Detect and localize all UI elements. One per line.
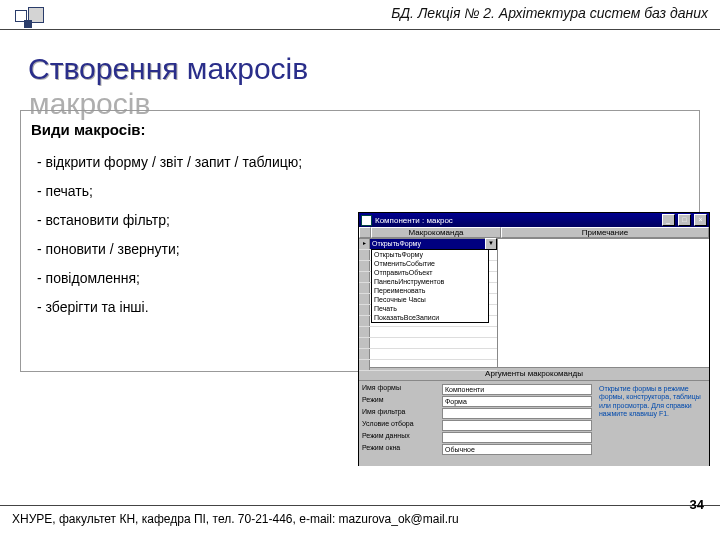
header-rule: [0, 29, 720, 30]
arg-value[interactable]: Компоненти: [442, 384, 592, 395]
arg-value[interactable]: [442, 408, 592, 419]
arg-row: Имя формы Компоненти: [362, 384, 592, 395]
list-item: - відкрити форму / звіт / запит / таблиц…: [31, 154, 689, 170]
column-macrocommand[interactable]: Макрокоманда: [371, 227, 501, 238]
dropdown-option[interactable]: Печать: [372, 304, 488, 313]
page-number: 34: [690, 497, 704, 512]
arg-label: Режим данных: [362, 432, 442, 443]
list-item: - печать;: [31, 183, 689, 199]
arg-value[interactable]: [442, 420, 592, 431]
grid-header: Макрокоманда Примечание: [359, 227, 709, 239]
arg-label: Условие отбора: [362, 420, 442, 431]
arg-row: Режим данных: [362, 432, 592, 443]
dropdown-option[interactable]: Песочные Часы: [372, 295, 488, 304]
dropdown-option[interactable]: ОтправитьОбъект: [372, 268, 488, 277]
window-title: Компоненти : макрос: [375, 216, 453, 225]
content-subheading: Види макросів:: [31, 121, 689, 138]
dropdown-list[interactable]: ОткрытьФорму ОтменитьСобытие ОтправитьОб…: [371, 249, 489, 323]
dropdown-option[interactable]: Переименовать: [372, 286, 488, 295]
macro-editor-window: Компоненти : макрос _ □ × Макрокоманда П…: [358, 212, 710, 466]
arg-label: Имя формы: [362, 384, 442, 395]
arguments-help-text: Открытие формы в режиме формы, конструкт…: [595, 381, 709, 466]
dropdown-option[interactable]: ОткрытьФорму: [372, 250, 488, 259]
footer-rule: [0, 505, 720, 506]
arg-label: Режим окна: [362, 444, 442, 455]
close-button[interactable]: ×: [694, 214, 707, 226]
minimize-button[interactable]: _: [662, 214, 675, 226]
arg-row: Имя фильтра: [362, 408, 592, 419]
slide-header: БД. Лекція № 2. Архітектура систем баз д…: [391, 5, 708, 21]
arg-value[interactable]: Обычное: [442, 444, 592, 455]
arg-row: Режим Форма: [362, 396, 592, 407]
window-titlebar: Компоненти : макрос _ □ ×: [359, 213, 709, 227]
slide-logo: [10, 6, 50, 28]
arg-row: Режим окна Обычное: [362, 444, 592, 455]
selected-cell-value[interactable]: ОткрытьФорму: [370, 239, 485, 249]
slide-title: Створення макросів Створення макросів: [28, 52, 308, 86]
slide-footer: ХНУРЕ, факультет КН, кафедра ПІ, тел. 70…: [12, 512, 459, 526]
arg-label: Режим: [362, 396, 442, 407]
dropdown-option[interactable]: ОтменитьСобытие: [372, 259, 488, 268]
arg-value[interactable]: [442, 432, 592, 443]
dropdown-option[interactable]: ПанельИнструментов: [372, 277, 488, 286]
grid-body: ОткрытьФорму ▼ ОткрытьФорму ОтменитьСобы…: [359, 239, 709, 367]
arguments-pane: Имя формы Компоненти Режим Форма Имя фил…: [359, 381, 709, 466]
window-icon: [361, 215, 372, 226]
arg-row: Условие отбора: [362, 420, 592, 431]
column-note[interactable]: Примечание: [501, 227, 709, 238]
arg-label: Имя фильтра: [362, 408, 442, 419]
maximize-button[interactable]: □: [678, 214, 691, 226]
arg-value[interactable]: Форма: [442, 396, 592, 407]
dropdown-option[interactable]: ПоказатьВсеЗаписи: [372, 313, 488, 322]
